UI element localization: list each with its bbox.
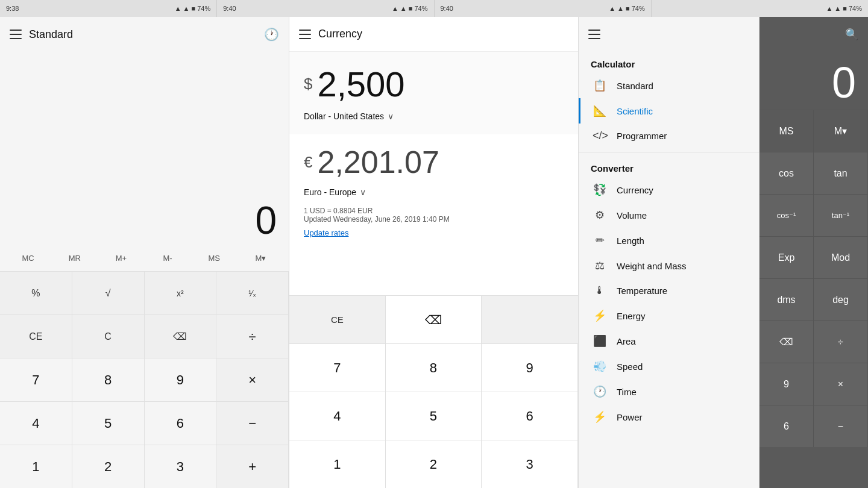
currency-9-button[interactable]: 9 (482, 343, 578, 392)
sci-tan-button[interactable]: tan (814, 152, 868, 194)
4-button[interactable]: 4 (0, 401, 72, 445)
sqrt-button[interactable]: √ (72, 271, 145, 314)
nav-item-currency[interactable]: 💱 Currency (579, 177, 759, 202)
3-button[interactable]: 3 (145, 445, 217, 488)
currency-8-button[interactable]: 8 (386, 343, 482, 392)
currency-ce-button[interactable]: CE (289, 295, 386, 343)
mc-button[interactable]: MC (5, 248, 51, 269)
update-rates-link[interactable]: Update rates (289, 226, 578, 240)
currency-2-button[interactable]: 2 (386, 440, 482, 488)
ce-button[interactable]: CE (0, 314, 72, 358)
sci-deg-button[interactable]: deg (814, 278, 868, 321)
6-button[interactable]: 6 (145, 401, 217, 445)
mplus-button[interactable]: M+ (98, 248, 144, 269)
sci-backspace-button[interactable]: ⌫ (760, 321, 814, 363)
7-button[interactable]: 7 (0, 358, 72, 401)
sci-arctan-button[interactable]: tan⁻¹ (814, 194, 868, 236)
ms-button[interactable]: MS (191, 248, 237, 269)
from-currency-selector[interactable]: Dollar - United States ∨ (304, 109, 564, 128)
sci-arccos-button[interactable]: cos⁻¹ (760, 194, 814, 236)
nav-item-weight[interactable]: ⚖ Weight and Mass (579, 253, 759, 278)
standard-title: Standard (29, 28, 257, 41)
energy-nav-label: Energy (617, 311, 646, 321)
status-bar-row: 9:38 ▲ ▲ ■ 74% 9:40 ▲ ▲ ■ 74% 9:40 ▲ ▲ ■… (0, 0, 868, 17)
nav-item-scientific[interactable]: 📐 Scientific (579, 98, 759, 124)
currency-1-button[interactable]: 1 (289, 440, 386, 488)
temperature-nav-icon: 🌡 (593, 284, 607, 297)
sci-9-button[interactable]: 9 (760, 363, 814, 405)
mminus-button[interactable]: M- (145, 248, 191, 269)
currency-4-button[interactable]: 4 (289, 392, 386, 440)
nav-item-energy[interactable]: ⚡ Energy (579, 303, 759, 328)
add-button[interactable]: + (216, 445, 289, 488)
nav-item-programmer[interactable]: </> Programmer (579, 124, 759, 148)
currency-panel: Currency $ 2,500 Dollar - United States … (289, 17, 579, 488)
sci-subtract-button[interactable]: − (814, 405, 868, 447)
nav-item-power[interactable]: ⚡ Power (579, 404, 759, 430)
currency-to-display: € 2,201.07 (289, 134, 578, 185)
speed-nav-label: Speed (617, 361, 643, 372)
exchange-info: 1 USD = 0.8804 EUR Updated Wednesday, Ju… (289, 202, 578, 226)
standard-calculator-panel: Standard 🕐 0 MC MR M+ M- MS M▾ % √ x² ¹∕… (0, 17, 289, 488)
currency-7-button[interactable]: 7 (289, 343, 386, 392)
to-currency-label: Euro - Europe (304, 187, 356, 197)
standard-buttons: % √ x² ¹∕ₓ CE C ⌫ ÷ 7 8 9 × 4 5 6 − 1 2 … (0, 271, 289, 488)
to-currency-selector[interactable]: Euro - Europe ∨ (289, 185, 578, 202)
volume-nav-label: Volume (617, 210, 647, 221)
1-button[interactable]: 1 (0, 445, 72, 488)
nav-item-standard[interactable]: 📋 Standard (579, 73, 759, 98)
status-bar-4: ▲ ▲ ■ 74% (652, 0, 868, 17)
calculator-section-title: Calculator (579, 52, 759, 73)
standard-nav-icon: 📋 (593, 79, 607, 92)
hamburger-icon[interactable] (10, 30, 22, 39)
nav-hamburger-icon[interactable] (588, 30, 600, 39)
sci-multiply-button[interactable]: × (814, 363, 868, 405)
currency-hamburger-icon[interactable] (299, 30, 311, 39)
backspace-button[interactable]: ⌫ (145, 314, 217, 358)
energy-nav-icon: ⚡ (593, 309, 607, 322)
square-button[interactable]: x² (145, 271, 217, 314)
amount-from-row: $ 2,500 (304, 64, 564, 109)
nav-item-temperature[interactable]: 🌡 Temperature (579, 278, 759, 303)
nav-item-time[interactable]: 🕐 Time (579, 379, 759, 404)
sci-ms-button[interactable]: MS (760, 110, 814, 152)
sci-divide-button[interactable]: ÷ (814, 321, 868, 363)
percent-button[interactable]: % (0, 271, 72, 314)
8-button[interactable]: 8 (72, 358, 145, 401)
sci-mod-button[interactable]: Mod (814, 236, 868, 278)
currency-header: Currency (289, 17, 578, 52)
mr-button[interactable]: MR (51, 248, 98, 269)
nav-item-area[interactable]: ⬛ Area (579, 328, 759, 354)
search-icon[interactable]: 🔍 (845, 28, 858, 41)
nav-item-speed[interactable]: 💨 Speed (579, 354, 759, 379)
currency-backspace-button[interactable]: ⌫ (386, 295, 482, 343)
reciprocal-button[interactable]: ¹∕ₓ (216, 271, 289, 314)
sci-dms-button[interactable]: dms (760, 278, 814, 321)
sci-mrecall-button[interactable]: M▾ (814, 110, 868, 152)
sci-exp-button[interactable]: Exp (760, 236, 814, 278)
subtract-button[interactable]: − (216, 401, 289, 445)
from-symbol: $ (304, 75, 312, 93)
history-icon[interactable]: 🕐 (264, 27, 279, 42)
currency-5-button[interactable]: 5 (386, 392, 482, 440)
divide-button[interactable]: ÷ (216, 314, 289, 358)
5-button[interactable]: 5 (72, 401, 145, 445)
currency-6-button[interactable]: 6 (482, 392, 578, 440)
sci-6-button[interactable]: 6 (760, 405, 814, 447)
nav-item-length[interactable]: ✏ Length (579, 228, 759, 253)
converter-section-title: Converter (579, 156, 759, 177)
multiply-button[interactable]: × (216, 358, 289, 401)
main-container: Standard 🕐 0 MC MR M+ M- MS M▾ % √ x² ¹∕… (0, 17, 868, 488)
sci-cos-button[interactable]: cos (760, 152, 814, 194)
mrecall-button[interactable]: M▾ (237, 248, 284, 269)
standard-nav-label: Standard (617, 81, 653, 91)
scientific-panel: 🔍 0 MS M▾ cos tan cos⁻¹ tan⁻¹ Exp Mod dm… (760, 17, 868, 488)
speed-nav-icon: 💨 (593, 360, 607, 373)
nav-item-volume[interactable]: ⚙ Volume (579, 202, 759, 228)
status-bar-3: 9:40 ▲ ▲ ■ 74% (435, 0, 652, 17)
c-button[interactable]: C (72, 314, 145, 358)
to-amount: 2,201.07 (317, 144, 439, 180)
9-button[interactable]: 9 (145, 358, 217, 401)
2-button[interactable]: 2 (72, 445, 145, 488)
currency-3-button[interactable]: 3 (482, 440, 578, 488)
